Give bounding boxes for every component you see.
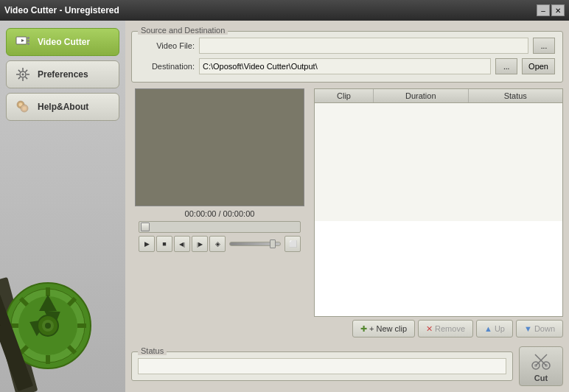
transport-controls: ▶ ■ ◀| |▶ ◈ ⬜ (139, 236, 301, 252)
status-input (138, 358, 506, 374)
volume-slider[interactable] (229, 242, 281, 246)
scissors-icon (531, 351, 551, 371)
content-area: Source and Destination Video File: ... D… (125, 21, 569, 392)
clip-table-header: Clip Duration Status (315, 89, 562, 103)
source-dest-legend: Source and Destination (138, 26, 228, 35)
seek-bar[interactable] (139, 221, 301, 233)
status-section: Status Cut (131, 346, 563, 386)
play-icon: ▶ (144, 240, 150, 248)
video-panel: 00:00:00 / 00:00:00 ▶ ■ ◀| |▶ ◈ (131, 88, 308, 340)
remove-button[interactable]: ✕ Remove (418, 320, 473, 337)
open-button[interactable]: Open (522, 58, 555, 74)
svg-line-14 (18, 77, 21, 79)
status-group: Status (131, 351, 513, 381)
title-bar: Video Cutter - Unregistered – ✕ (0, 0, 569, 21)
new-clip-icon: ✚ (360, 324, 367, 334)
source-dest-group: Source and Destination Video File: ... D… (131, 31, 563, 83)
status-legend: Status (138, 346, 167, 355)
clip-panel: Clip Duration Status ✚ + New clip ✕ Remo… (314, 88, 563, 340)
col-header-duration: Duration (374, 89, 469, 102)
frame-back-button[interactable]: ◀| (174, 236, 190, 252)
video-preview (135, 88, 304, 206)
video-file-input[interactable] (199, 38, 528, 54)
sidebar-item-preferences[interactable]: Preferences (6, 60, 119, 88)
destination-browse-button[interactable]: ... (495, 58, 517, 74)
cut-label: Cut (534, 374, 548, 382)
up-icon: ▲ (484, 324, 492, 333)
video-cutter-icon (14, 33, 32, 51)
svg-point-33 (45, 323, 51, 329)
clip-table: Clip Duration Status (314, 88, 563, 317)
destination-label: Destination: (139, 62, 195, 71)
svg-line-12 (25, 77, 27, 79)
cut-button[interactable]: Cut (519, 346, 563, 386)
remove-icon: ✕ (426, 324, 433, 334)
svg-point-18 (23, 107, 27, 111)
play-button[interactable]: ▶ (139, 236, 155, 252)
video-file-browse-button[interactable]: ... (533, 38, 555, 54)
fullscreen-button[interactable]: ⬜ (284, 236, 301, 252)
stop-icon: ■ (162, 240, 166, 248)
svg-line-11 (18, 70, 21, 72)
clip-table-body (315, 103, 562, 221)
window-title: Video Cutter - Unregistered (4, 5, 119, 15)
main-container: Video Cutter Preferences (0, 21, 569, 392)
down-label: Down (534, 324, 555, 333)
close-button[interactable]: ✕ (551, 4, 565, 16)
svg-line-13 (25, 70, 27, 72)
sidebar-item-help-about[interactable]: Help&About (6, 93, 119, 121)
down-icon: ▼ (524, 324, 532, 333)
destination-row: Destination: ... Open (139, 58, 555, 74)
col-header-clip: Clip (315, 89, 374, 102)
film-reel-decoration (0, 230, 125, 392)
minimize-button[interactable]: – (537, 4, 550, 16)
sidebar-video-cutter-label: Video Cutter (38, 37, 90, 47)
col-header-status: Status (469, 89, 563, 102)
stop-button[interactable]: ■ (156, 236, 172, 252)
svg-point-6 (22, 74, 24, 76)
down-button[interactable]: ▼ Down (516, 320, 563, 337)
remove-label: Remove (435, 324, 465, 333)
sidebar-preferences-label: Preferences (38, 69, 88, 80)
time-display: 00:00:00 / 00:00:00 (185, 209, 255, 218)
video-file-row: Video File: ... (139, 38, 555, 54)
frame-fwd-button[interactable]: |▶ (192, 236, 208, 252)
video-file-label: Video File: (139, 41, 195, 50)
preferences-icon (14, 66, 32, 83)
new-clip-button[interactable]: ✚ + New clip (352, 320, 415, 337)
seek-handle[interactable] (141, 223, 150, 231)
middle-section: 00:00:00 / 00:00:00 ▶ ■ ◀| |▶ ◈ (131, 88, 563, 340)
destination-input[interactable] (199, 58, 491, 74)
svg-rect-2 (27, 37, 29, 39)
up-button[interactable]: ▲ Up (476, 320, 513, 337)
volume-handle[interactable] (270, 239, 276, 248)
sidebar-item-video-cutter[interactable]: Video Cutter (6, 28, 119, 56)
sidebar: Video Cutter Preferences (0, 21, 125, 392)
mark-button[interactable]: ◈ (209, 236, 226, 252)
svg-rect-3 (27, 40, 29, 42)
up-label: Up (495, 324, 505, 333)
clip-actions: ✚ + New clip ✕ Remove ▲ Up ▼ Down (314, 317, 563, 340)
sidebar-help-about-label: Help&About (38, 102, 88, 112)
window-controls: – ✕ (537, 4, 565, 16)
help-about-icon (14, 98, 32, 116)
svg-rect-4 (27, 43, 29, 45)
new-clip-label: + New clip (369, 324, 407, 333)
